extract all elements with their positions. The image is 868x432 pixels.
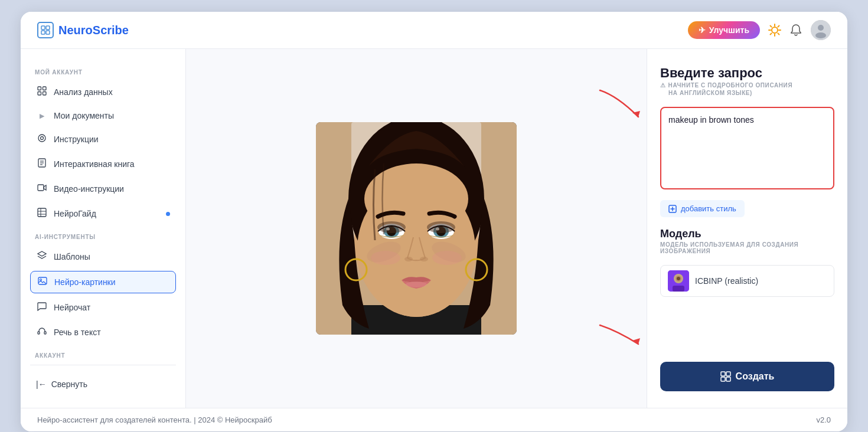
image-panel — [186, 49, 647, 408]
sidebar-item-interactive-book[interactable]: Интерактивная книга — [30, 153, 176, 175]
svg-rect-73 — [726, 377, 730, 381]
svg-point-21 — [41, 137, 44, 140]
upgrade-label: Улучшить — [709, 25, 749, 35]
model-title: Модель — [660, 228, 834, 240]
add-style-button[interactable]: добавить стиль — [660, 200, 745, 217]
circle-icon — [36, 133, 48, 145]
grid-icon — [36, 86, 48, 98]
add-style-label: добавить стиль — [681, 204, 736, 213]
svg-line-12 — [771, 33, 772, 34]
svg-point-59 — [406, 282, 427, 287]
chevron-icon: ▶ — [36, 112, 48, 120]
svg-line-9 — [771, 26, 772, 27]
svg-point-15 — [815, 32, 826, 38]
prompt-section: Введите запрос ⚠ НАЧНИТЕ С ПОДРОБНОГО ОП… — [660, 66, 834, 96]
svg-point-58 — [432, 251, 462, 265]
svg-point-47 — [377, 221, 406, 233]
chat-icon — [36, 302, 48, 313]
svg-rect-2 — [41, 31, 45, 34]
sidebar-item-templates[interactable]: Шаблоны — [30, 246, 176, 267]
sidebar-item-label: Интерактивная книга — [54, 159, 135, 169]
image-icon — [37, 276, 48, 288]
notification-button[interactable] — [789, 24, 802, 37]
sidebar-item-label: Речь в текст — [54, 328, 101, 337]
svg-point-52 — [427, 221, 455, 233]
sidebar-item-label: Видео-инструкции — [54, 184, 124, 194]
model-thumbnail — [668, 270, 689, 292]
headphone-icon — [36, 326, 48, 338]
prompt-input[interactable]: makeup in brown tones — [660, 107, 834, 189]
svg-point-68 — [677, 277, 680, 280]
sidebar-item-neurogaide[interactable]: НейроГайд — [30, 203, 176, 224]
svg-rect-17 — [43, 87, 47, 90]
sidebar-item-speech[interactable]: Речь в текст — [30, 322, 176, 343]
sidebar: МОЙ АККАУНТ Анализ данных ▶ Мои документ… — [21, 49, 186, 408]
video-icon — [36, 183, 48, 195]
content-inner: Введите запрос ⚠ НАЧНИТЕ С ПОДРОБНОГО ОП… — [186, 49, 847, 408]
layers-icon — [36, 251, 48, 263]
svg-rect-70 — [721, 372, 725, 376]
model-section: Модель МОДЕЛЬ ИСПОЛЬЗУЕМАЯ ДЛЯ СОЗДАНИЯ … — [660, 228, 834, 254]
sidebar-item-label: Нейро-картинки — [54, 277, 116, 287]
model-label: МОДЕЛЬ ИСПОЛЬЗУЕМАЯ ДЛЯ СОЗДАНИЯ ИЗОБРАЖ… — [660, 241, 834, 254]
header-actions: ✈ Улучшить — [688, 20, 831, 40]
svg-point-20 — [38, 135, 45, 142]
sidebar-item-label: Анализ данных — [54, 87, 113, 97]
panel-title: Введите запрос — [660, 66, 834, 81]
svg-line-10 — [778, 33, 779, 34]
upgrade-button[interactable]: ✈ Улучшить — [688, 21, 760, 39]
sidebar-item-label: Нейрочат — [54, 303, 90, 312]
sidebar-item-documents[interactable]: ▶ Мои документы — [30, 106, 176, 125]
sidebar-item-video[interactable]: Видео-инструкции — [30, 178, 176, 199]
sidebar-item-neuro-images[interactable]: Нейро-картинки — [30, 271, 176, 293]
collapse-button[interactable]: |← Свернуть — [30, 375, 176, 394]
header: NeuroScribe ✈ Улучшить — [21, 12, 847, 49]
sidebar-item-label: Инструкции — [54, 135, 99, 144]
sidebar-item-neurochat[interactable]: Нейрочат — [30, 297, 176, 318]
sidebar-section-ai: AI-ИНСТРУМЕНТЫ — [30, 228, 176, 243]
sidebar-item-label: Шаблоны — [54, 252, 90, 261]
svg-rect-19 — [43, 92, 47, 96]
content-area: Введите запрос ⚠ НАЧНИТЕ С ПОДРОБНОГО ОП… — [186, 49, 847, 408]
sidebar-bottom: |← Свернуть — [30, 365, 176, 394]
svg-rect-71 — [726, 372, 730, 376]
model-name: ICBINP (realistic) — [695, 276, 758, 286]
footer: Нейро-ассистент для создателей контента.… — [21, 408, 847, 431]
collapse-label: Свернуть — [51, 379, 87, 389]
theme-toggle-button[interactable] — [768, 24, 781, 37]
model-selector[interactable]: ICBINP (realistic) — [660, 265, 834, 297]
logo: NeuroScribe — [37, 22, 129, 38]
svg-rect-16 — [38, 87, 41, 90]
svg-rect-1 — [46, 26, 50, 30]
sidebar-item-label: НейроГайд — [54, 209, 96, 218]
main-body: МОЙ АККАУНТ Анализ данных ▶ Мои документ… — [21, 49, 847, 408]
upgrade-icon: ✈ — [699, 25, 706, 35]
svg-point-57 — [371, 251, 400, 265]
collapse-icon: |← — [36, 379, 47, 389]
svg-rect-33 — [38, 332, 40, 334]
logo-icon — [37, 22, 54, 38]
svg-rect-0 — [41, 26, 45, 30]
svg-rect-27 — [38, 208, 46, 217]
svg-point-32 — [40, 279, 42, 281]
footer-text: Нейро-ассистент для создателей контента.… — [37, 415, 272, 424]
table-icon — [36, 208, 48, 220]
warn-icon: ⚠ — [660, 82, 666, 89]
generated-image — [316, 122, 517, 335]
svg-rect-18 — [38, 92, 41, 96]
sidebar-item-instructions[interactable]: Инструкции — [30, 129, 176, 150]
panel-subtitle2: НА АНГЛИЙСКОМ ЯЗЫКЕ) — [660, 90, 834, 96]
svg-rect-67 — [673, 286, 684, 292]
sidebar-section-account: МОЙ АККАУНТ — [30, 63, 176, 78]
svg-rect-34 — [44, 332, 46, 334]
avatar[interactable] — [811, 20, 831, 40]
svg-point-53 — [404, 257, 413, 261]
svg-point-42 — [364, 163, 468, 234]
svg-rect-72 — [721, 377, 725, 381]
create-button[interactable]: Создать — [660, 362, 834, 391]
svg-line-11 — [778, 26, 779, 27]
dot-indicator — [166, 212, 170, 216]
logo-text: NeuroScribe — [58, 24, 129, 37]
sidebar-item-analysis[interactable]: Анализ данных — [30, 81, 176, 103]
svg-point-54 — [420, 257, 428, 261]
